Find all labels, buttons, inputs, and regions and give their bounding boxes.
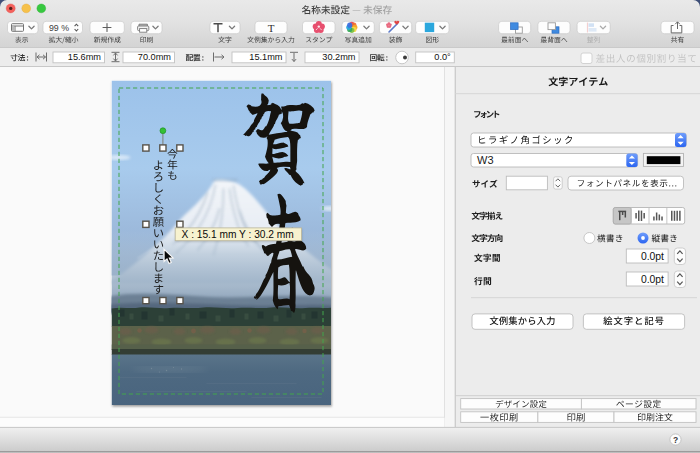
svg-text:30.2mm: 30.2mm <box>322 52 356 62</box>
svg-text:T: T <box>268 22 275 34</box>
svg-text:0.0pt: 0.0pt <box>641 251 664 262</box>
svg-text:70.0mm: 70.0mm <box>138 52 172 62</box>
svg-text:W3: W3 <box>477 154 494 166</box>
svg-text:15.1mm: 15.1mm <box>249 52 283 62</box>
svg-text:15.6mm: 15.6mm <box>68 52 102 62</box>
svg-text:X : 15.1 mm Y : 30.2 mm: X : 15.1 mm Y : 30.2 mm <box>182 229 294 240</box>
svg-text:?: ? <box>673 435 678 445</box>
svg-text:99 %: 99 % <box>49 23 69 33</box>
svg-text:0.0°: 0.0° <box>434 52 451 62</box>
svg-text:0.0pt: 0.0pt <box>641 274 664 285</box>
